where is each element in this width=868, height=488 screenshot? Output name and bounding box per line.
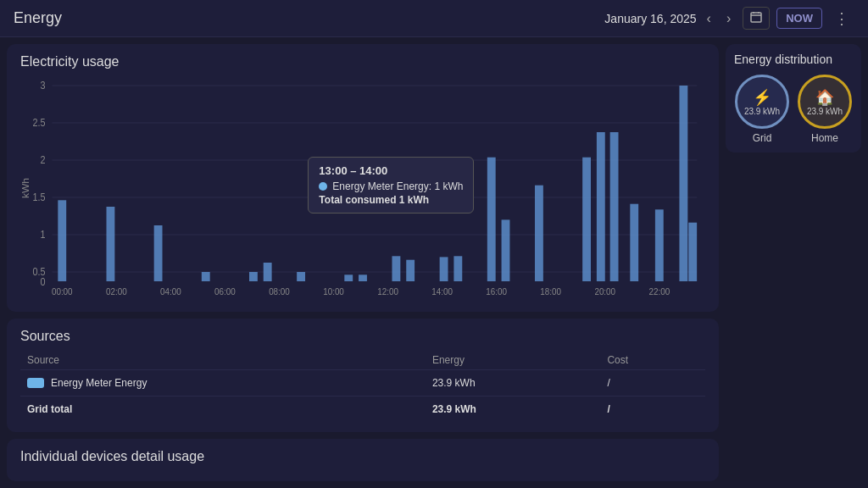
svg-rect-28 [297, 272, 305, 281]
grid-label: Grid [753, 132, 772, 144]
svg-rect-26 [249, 272, 258, 281]
source-indicator [27, 378, 44, 388]
svg-text:14:00: 14:00 [431, 287, 453, 297]
svg-text:02:00: 02:00 [106, 287, 127, 297]
main-content: Electricity usage 3 2.5 2 1.5 1 0.5 [0, 37, 868, 488]
distribution-item-home: 🏠 23.9 kWh Home [798, 75, 852, 144]
svg-rect-47 [679, 86, 687, 281]
svg-rect-36 [487, 158, 496, 281]
svg-rect-35 [453, 256, 462, 281]
home-label: Home [811, 132, 838, 144]
sources-title: Sources [20, 329, 705, 344]
svg-text:22:00: 22:00 [648, 287, 670, 297]
grid-total-cost: / [600, 396, 705, 423]
svg-rect-30 [344, 274, 353, 281]
svg-rect-34 [440, 257, 448, 281]
svg-text:3: 3 [41, 80, 46, 92]
svg-rect-43 [630, 204, 638, 281]
grid-value: 23.9 kWh [744, 107, 780, 116]
electricity-usage-card: Electricity usage 3 2.5 2 1.5 1 0.5 [7, 44, 719, 312]
svg-rect-24 [202, 272, 210, 281]
svg-text:0.5: 0.5 [33, 267, 46, 278]
grid-circle: ⚡ 23.9 kWh [735, 75, 789, 129]
cost-col-header: Cost [600, 351, 705, 370]
right-panel: Energy distribution ⚡ 23.9 kWh Grid 🏠 23… [726, 44, 861, 481]
svg-text:00:00: 00:00 [52, 287, 73, 297]
chart-title: Electricity usage [20, 54, 705, 69]
home-icon: 🏠 [815, 88, 834, 107]
app-header: Energy January 16, 2025 ‹ › NOW ⋮ [0, 0, 868, 37]
app-title: Energy [14, 9, 62, 27]
current-date: January 16, 2025 [604, 12, 696, 25]
source-col-header: Source [20, 351, 426, 370]
grid-icon: ⚡ [753, 88, 771, 107]
prev-date-button[interactable]: ‹ [702, 9, 716, 28]
source-energy: 23.9 kWh [426, 370, 601, 396]
sources-card: Sources Source Energy Cost Energy Me [7, 319, 719, 432]
source-name-cell: Energy Meter Energy [20, 370, 426, 396]
calendar-button[interactable] [743, 7, 770, 30]
bar-chart: 3 2.5 2 1.5 1 0.5 0 kWh [20, 76, 705, 300]
svg-rect-33 [406, 260, 415, 281]
energy-col-header: Energy [426, 351, 601, 370]
more-options-button[interactable]: ⋮ [829, 8, 854, 30]
distribution-title: Energy distribution [734, 53, 853, 66]
svg-text:06:00: 06:00 [214, 287, 236, 297]
next-date-button[interactable]: › [721, 9, 736, 28]
svg-text:kWh: kWh [20, 178, 30, 198]
svg-rect-32 [392, 256, 400, 281]
svg-text:12:00: 12:00 [377, 287, 398, 297]
header-controls: January 16, 2025 ‹ › NOW ⋮ [604, 7, 854, 30]
grid-total-name: Grid total [20, 396, 426, 423]
svg-text:08:00: 08:00 [269, 287, 290, 297]
source-name: Energy Meter Energy [51, 377, 147, 389]
svg-text:20:00: 20:00 [594, 287, 615, 297]
svg-text:2: 2 [41, 155, 46, 166]
grid-total-energy: 23.9 kWh [426, 396, 601, 423]
svg-text:04:00: 04:00 [160, 287, 181, 297]
svg-rect-31 [359, 274, 367, 281]
svg-rect-18 [58, 200, 66, 281]
home-value: 23.9 kWh [807, 107, 843, 116]
svg-text:1: 1 [41, 230, 46, 241]
chart-wrapper: 3 2.5 2 1.5 1 0.5 0 kWh [20, 76, 705, 300]
left-panel: Electricity usage 3 2.5 2 1.5 1 0.5 [7, 44, 719, 481]
svg-text:2.5: 2.5 [33, 118, 46, 129]
source-cost: / [600, 370, 705, 396]
svg-text:18:00: 18:00 [540, 287, 561, 297]
svg-text:0: 0 [41, 277, 46, 288]
svg-text:10:00: 10:00 [323, 287, 344, 297]
svg-rect-38 [535, 186, 543, 281]
svg-rect-37 [502, 219, 510, 281]
sources-table: Source Energy Cost Energy Meter Energy [20, 351, 705, 422]
svg-rect-42 [610, 132, 619, 281]
table-row: Grid total 23.9 kWh / [20, 396, 705, 423]
now-button[interactable]: NOW [776, 8, 822, 29]
distribution-item-grid: ⚡ 23.9 kWh Grid [735, 75, 789, 144]
svg-rect-41 [597, 132, 605, 281]
svg-rect-20 [106, 207, 114, 281]
svg-rect-27 [264, 263, 272, 281]
svg-rect-40 [582, 158, 591, 281]
svg-rect-0 [751, 13, 761, 22]
svg-text:1.5: 1.5 [33, 192, 46, 203]
svg-rect-45 [655, 209, 664, 281]
svg-rect-22 [154, 225, 163, 281]
distribution-items: ⚡ 23.9 kWh Grid 🏠 23.9 kWh Home [734, 75, 853, 144]
home-circle: 🏠 23.9 kWh [798, 75, 852, 129]
table-row: Energy Meter Energy 23.9 kWh / [20, 370, 705, 396]
svg-text:16:00: 16:00 [486, 287, 507, 297]
date-navigation: January 16, 2025 ‹ › [604, 9, 736, 28]
svg-rect-62 [688, 223, 697, 281]
devices-title: Individual devices detail usage [20, 449, 705, 464]
devices-card: Individual devices detail usage [7, 439, 719, 481]
sources-header-row: Source Energy Cost [20, 351, 705, 370]
energy-distribution-card: Energy distribution ⚡ 23.9 kWh Grid 🏠 23… [726, 44, 861, 152]
